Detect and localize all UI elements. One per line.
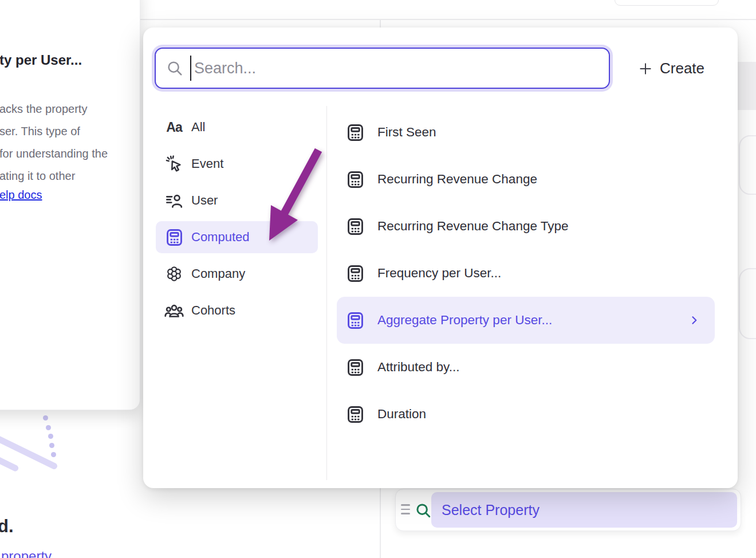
partial-top-button[interactable] <box>615 0 719 6</box>
property-item-list: First Seen Recurring Revenue Change Recu… <box>337 109 715 438</box>
background-card-fragment <box>739 268 756 339</box>
property-item-label: Duration <box>377 407 426 422</box>
calculator-icon <box>346 358 365 377</box>
create-button-label: Create <box>660 60 704 77</box>
tooltip-title: ty per User... <box>0 52 82 68</box>
property-item-aggregate-property-per-user[interactable]: Aggregate Property per User... <box>337 297 715 344</box>
decorative-dot <box>48 434 53 439</box>
sidebar-item-label: User <box>191 193 218 208</box>
company-cluster-icon <box>164 265 184 283</box>
property-search-icon <box>415 502 432 521</box>
search-icon <box>166 60 183 77</box>
sidebar-item-company[interactable]: Company <box>156 258 318 290</box>
sidebar-item-event[interactable]: Event <box>156 148 318 180</box>
background-card-fragment <box>739 135 756 195</box>
search-input[interactable] <box>193 50 609 86</box>
property-item-frequency-per-user[interactable]: Frequency per User... <box>337 250 715 297</box>
property-item-attributed-by[interactable]: Attributed by... <box>337 344 715 391</box>
sidebar-item-label: All <box>191 120 205 135</box>
plus-icon <box>638 61 653 76</box>
property-picker-popover: Create Aa All Event User Computed Compan… <box>143 27 738 488</box>
property-item-label: Recurring Revenue Change Type <box>377 219 569 234</box>
decorative-line <box>0 451 19 473</box>
tooltip-line: ating it to other <box>0 165 108 187</box>
property-item-recurring-revenue-change-type[interactable]: Recurring Revenue Change Type <box>337 203 715 250</box>
background-panel-fragment <box>738 62 756 110</box>
select-property-bar: Select Property <box>395 489 741 531</box>
decorative-dot <box>49 443 54 448</box>
sidebar-item-computed[interactable]: Computed <box>156 221 318 253</box>
user-profile-icon <box>164 191 184 210</box>
property-item-recurring-revenue-change[interactable]: Recurring Revenue Change <box>337 156 715 203</box>
select-property-label: Select Property <box>442 502 540 518</box>
property-item-label: First Seen <box>377 125 436 140</box>
select-property-button[interactable]: Select Property <box>431 492 737 528</box>
drag-handle-icon[interactable] <box>401 504 410 517</box>
tooltip-line: acks the property <box>0 98 108 120</box>
partial-page-heading: d. <box>0 516 14 537</box>
chevron-right-icon <box>688 315 700 326</box>
calculator-icon <box>346 264 365 283</box>
calculator-icon <box>164 228 184 247</box>
partial-page-link[interactable]: property <box>1 548 52 558</box>
tooltip-line: ser. This type of <box>0 120 108 143</box>
category-list: Aa All Event User Computed Company Cohor… <box>156 111 318 331</box>
sidebar-item-all[interactable]: Aa All <box>156 111 318 143</box>
create-button[interactable]: Create <box>635 57 708 80</box>
calculator-icon <box>346 311 365 330</box>
sidebar-item-label: Computed <box>191 230 250 245</box>
calculator-icon <box>346 170 365 189</box>
event-click-icon <box>164 155 184 173</box>
sidebar-item-user[interactable]: User <box>156 184 318 217</box>
cohorts-people-icon <box>164 301 184 320</box>
tooltip-description: acks the property ser. This type of for … <box>0 98 108 187</box>
property-tooltip-card: ty per User... acks the property ser. Th… <box>0 0 140 410</box>
property-item-label: Frequency per User... <box>377 266 501 281</box>
help-docs-link[interactable]: elp docs <box>0 188 42 202</box>
sidebar-item-label: Cohorts <box>191 303 235 318</box>
decorative-dot <box>46 425 51 430</box>
decorative-dot <box>51 452 56 457</box>
property-item-label: Recurring Revenue Change <box>377 172 537 187</box>
column-divider <box>326 106 327 480</box>
search-field[interactable] <box>155 48 610 89</box>
sidebar-item-label: Event <box>191 156 223 171</box>
screen: { "page": { "partial_heading": "d.", "pa… <box>0 0 756 558</box>
sidebar-item-cohorts[interactable]: Cohorts <box>156 294 318 327</box>
property-item-first-seen[interactable]: First Seen <box>337 109 715 156</box>
calculator-icon <box>346 123 365 142</box>
tooltip-line: for understanding the <box>0 143 108 165</box>
calculator-icon <box>346 405 365 424</box>
property-item-duration[interactable]: Duration <box>337 391 715 438</box>
property-item-label: Aggregate Property per User... <box>377 313 552 328</box>
calculator-icon <box>346 217 365 236</box>
sidebar-item-label: Company <box>191 266 245 281</box>
text-caret <box>190 56 191 81</box>
property-item-label: Attributed by... <box>377 360 459 375</box>
text-format-icon: Aa <box>164 120 184 135</box>
decorative-dot <box>43 415 48 421</box>
